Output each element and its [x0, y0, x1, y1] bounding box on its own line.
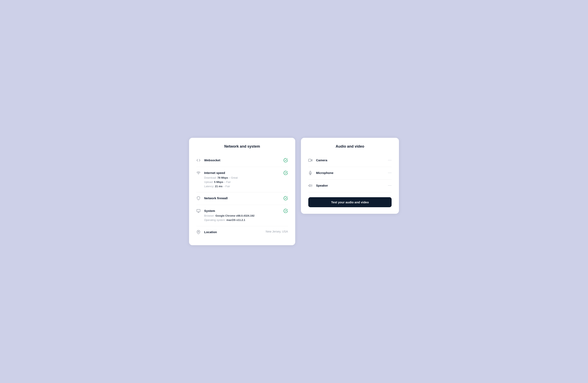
- location-row: Location New Jersey, USA: [196, 226, 288, 239]
- internet-speed-details: Download: 78 Mbps – Great Upload: 5 Mbps…: [204, 176, 281, 189]
- code-icon: [196, 158, 201, 163]
- network-firewall-content: Network firewall: [204, 196, 281, 200]
- network-firewall-label: Network firewall: [204, 196, 281, 200]
- microphone-dash: —: [388, 171, 392, 174]
- system-status: [283, 209, 288, 213]
- location-status: New Jersey, USA: [266, 230, 288, 233]
- svg-rect-6: [309, 159, 311, 162]
- internet-speed-status: [283, 171, 288, 175]
- location-label: Location: [204, 230, 263, 234]
- camera-status: —: [388, 158, 392, 162]
- camera-content: Camera: [316, 158, 385, 162]
- internet-speed-content: Internet speed Download: 78 Mbps – Great…: [204, 171, 281, 189]
- location-content: Location: [204, 230, 263, 234]
- svg-point-4: [198, 231, 199, 232]
- test-audio-video-button[interactable]: Test your audio and video: [308, 197, 392, 207]
- audio-video-card: Audio and video Camera —: [301, 138, 399, 214]
- microphone-icon: [308, 171, 313, 176]
- network-system-title: Network and system: [196, 144, 288, 149]
- websocket-label: Websocket: [204, 158, 281, 162]
- speaker-icon: [308, 184, 313, 189]
- svg-rect-1: [197, 210, 200, 212]
- camera-label: Camera: [316, 158, 385, 162]
- system-icon: [196, 209, 201, 214]
- speaker-label: Speaker: [316, 183, 385, 188]
- microphone-status: —: [388, 171, 392, 174]
- check-icon: [283, 171, 288, 175]
- system-details: Browser: Google Chrome v88.0.4324.192 Op…: [204, 214, 281, 222]
- check-icon: [283, 196, 288, 200]
- internet-speed-label: Internet speed: [204, 171, 281, 175]
- websocket-row: Websocket: [196, 154, 288, 167]
- location-value: New Jersey, USA: [266, 230, 288, 233]
- websocket-status: [283, 158, 288, 163]
- check-icon: [283, 209, 288, 213]
- camera-row: Camera —: [308, 154, 392, 167]
- speaker-status: —: [388, 183, 392, 187]
- websocket-content: Websocket: [204, 158, 281, 162]
- network-firewall-row: Network firewall: [196, 192, 288, 205]
- wifi-icon: [196, 171, 201, 176]
- speaker-content: Speaker: [316, 183, 385, 188]
- microphone-content: Microphone: [316, 171, 385, 175]
- system-row: System Browser: Google Chrome v88.0.4324…: [196, 205, 288, 226]
- network-firewall-status: [283, 196, 288, 200]
- system-content: System Browser: Google Chrome v88.0.4324…: [204, 209, 281, 222]
- camera-icon: [308, 158, 313, 163]
- internet-speed-row: Internet speed Download: 78 Mbps – Great…: [196, 167, 288, 192]
- speaker-dash: —: [388, 183, 392, 187]
- microphone-row: Microphone —: [308, 167, 392, 180]
- camera-dash: —: [388, 158, 392, 162]
- svg-marker-5: [311, 159, 312, 161]
- microphone-label: Microphone: [316, 171, 385, 175]
- audio-video-title: Audio and video: [308, 144, 392, 149]
- main-container: Network and system Websocket: [181, 130, 407, 253]
- svg-marker-9: [309, 184, 310, 187]
- network-system-card: Network and system Websocket: [189, 138, 295, 245]
- system-label: System: [204, 209, 281, 213]
- check-icon: [283, 158, 288, 163]
- location-icon: [196, 230, 201, 235]
- shield-icon: [196, 196, 201, 201]
- speaker-row: Speaker —: [308, 180, 392, 192]
